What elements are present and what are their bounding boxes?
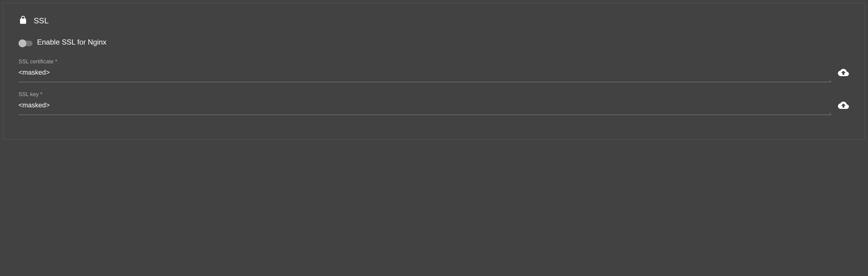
ssl-key-upload-button[interactable] [837,100,849,112]
ssl-key-input[interactable] [19,100,831,115]
ssl-key-field: SSL key * [19,91,831,115]
ssl-key-label: SSL key * [19,91,831,98]
ssl-certificate-label: SSL certificate * [19,59,831,65]
enable-ssl-toggle-row: Enable SSL for Nginx [19,38,849,46]
ssl-certificate-field: SSL certificate * [19,59,831,82]
ssl-certificate-upload-button[interactable] [837,67,849,79]
lock-icon [19,15,28,26]
ssl-panel: SSL Enable SSL for Nginx SSL certificate… [3,3,865,140]
cloud-upload-icon [838,100,849,112]
ssl-certificate-row: SSL certificate * [19,59,849,82]
enable-ssl-label: Enable SSL for Nginx [37,38,106,46]
section-header: SSL [19,15,849,26]
enable-ssl-toggle[interactable] [19,39,32,45]
ssl-certificate-input[interactable] [19,67,831,82]
cloud-upload-icon [838,67,849,79]
section-title: SSL [34,16,49,26]
ssl-key-row: SSL key * [19,91,849,115]
